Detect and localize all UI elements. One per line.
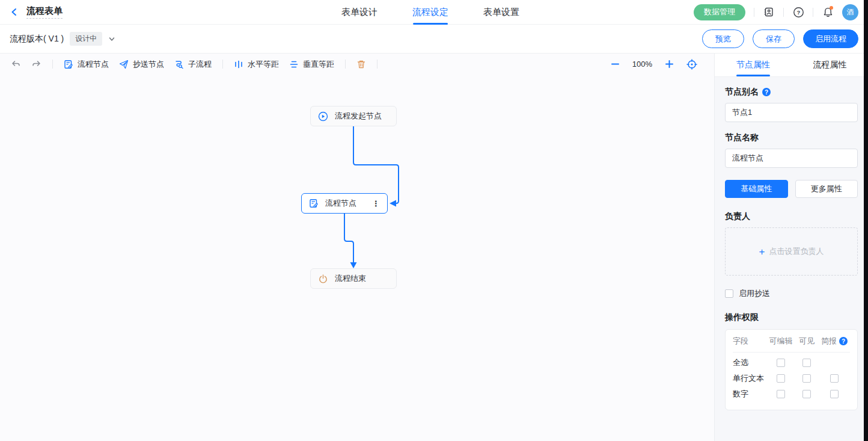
- visible-checkbox[interactable]: [802, 374, 811, 383]
- panel-tab-bar: 节点属性 流程属性: [715, 54, 868, 77]
- end-node[interactable]: 流程结束: [310, 268, 397, 289]
- panel-body: 节点别名 ? 节点名称 基础属性 更多属性 负责人 + 点击设置负责人 启用抄: [715, 77, 868, 441]
- owner-label: 负责人: [725, 211, 750, 222]
- node-name-label: 节点名称: [725, 132, 759, 143]
- back-chevron-icon: [10, 7, 19, 17]
- canvas-toolbar: 流程节点 抄送节点 子流程: [0, 54, 714, 75]
- vertical-equal-spacing-button[interactable]: 垂直等距: [287, 59, 337, 70]
- back-button[interactable]: [10, 7, 19, 17]
- page-title: 流程表单: [26, 5, 63, 19]
- brief-checkbox[interactable]: [830, 374, 839, 383]
- help-icon[interactable]: ?: [792, 6, 804, 18]
- add-subflow-button[interactable]: 子流程: [172, 59, 214, 70]
- version-dropdown-caret[interactable]: [108, 35, 115, 43]
- svg-text:?: ?: [796, 9, 800, 16]
- visible-checkbox[interactable]: [802, 359, 811, 367]
- tool-label: 子流程: [188, 59, 212, 70]
- node-menu-kebab-icon[interactable]: ⋮: [372, 200, 380, 208]
- divider: [783, 8, 784, 17]
- tab-form-setup[interactable]: 表单设置: [483, 0, 519, 25]
- app-header: 流程表单 表单设计 流程设定 表单设置 数据管理 ?: [0, 0, 868, 25]
- divider: [813, 8, 813, 17]
- enable-flow-button[interactable]: 启用流程: [803, 29, 858, 48]
- tab-node-properties[interactable]: 节点属性: [715, 54, 792, 76]
- attr-toggle-row: 基础属性 更多属性: [725, 180, 858, 198]
- arrowhead: [350, 262, 357, 268]
- subflow-icon: [174, 60, 184, 69]
- divider: [222, 60, 223, 69]
- fit-center-icon[interactable]: [686, 59, 697, 70]
- row-label: 单行文本: [733, 373, 767, 384]
- play-circle-icon: [318, 111, 328, 122]
- owner-label-row: 负责人: [725, 211, 858, 222]
- tab-flow-properties[interactable]: 流程属性: [792, 54, 868, 76]
- help-badge-icon[interactable]: ?: [839, 337, 848, 345]
- set-owner-placeholder: 点击设置负责人: [769, 246, 824, 257]
- version-label: 流程版本( V1 ): [10, 34, 64, 45]
- node-alias-input[interactable]: [725, 103, 858, 122]
- tool-label: 抄送节点: [133, 59, 164, 70]
- node-alias-label-row: 节点别名 ?: [725, 87, 858, 97]
- basic-attrs-button[interactable]: 基础属性: [725, 180, 788, 198]
- cc-node-icon: [119, 60, 129, 69]
- redo-icon: [31, 59, 41, 69]
- enable-cc-row[interactable]: 启用抄送: [725, 288, 858, 299]
- preview-button[interactable]: 预览: [702, 29, 744, 48]
- flow-canvas[interactable]: 流程节点 抄送节点 子流程: [0, 54, 714, 441]
- undo-button[interactable]: [8, 59, 23, 69]
- data-manage-button[interactable]: 数据管理: [694, 4, 745, 20]
- zoom-in-icon[interactable]: [665, 60, 674, 69]
- avatar[interactable]: 酒: [842, 4, 858, 20]
- set-owner-button[interactable]: + 点击设置负责人: [725, 227, 858, 276]
- tab-flow-setting[interactable]: 流程设定: [412, 0, 448, 25]
- window-edge-strip: [864, 0, 868, 441]
- divider: [754, 8, 754, 17]
- permissions-header-row: 字段 可编辑 可见 简报 ?: [733, 336, 850, 353]
- col-field: 字段: [733, 336, 767, 347]
- node-label: 流程结束: [335, 273, 366, 284]
- divider: [52, 60, 53, 69]
- permissions-table: 字段 可编辑 可见 简报 ? 全选 单行文本: [725, 329, 858, 410]
- save-button[interactable]: 保存: [753, 29, 795, 48]
- help-badge-icon[interactable]: ?: [762, 88, 771, 96]
- node-label: 流程节点: [325, 198, 356, 209]
- power-icon: [318, 274, 328, 284]
- enable-cc-checkbox[interactable]: [725, 289, 733, 298]
- zoom-level: 100%: [632, 60, 652, 69]
- permission-row: 单行文本: [733, 371, 850, 386]
- permissions-title: 操作权限: [725, 312, 858, 323]
- bell-icon[interactable]: [822, 6, 834, 18]
- trash-icon: [356, 60, 366, 69]
- col-brief-label: 简报: [821, 336, 837, 347]
- tab-form-design[interactable]: 表单设计: [341, 0, 377, 25]
- redo-button[interactable]: [29, 59, 44, 69]
- editable-checkbox[interactable]: [777, 359, 785, 367]
- visible-checkbox[interactable]: [802, 390, 811, 398]
- horizontal-equal-spacing-button[interactable]: 水平等距: [231, 59, 281, 70]
- editable-checkbox[interactable]: [777, 390, 785, 398]
- node-name-input[interactable]: [725, 149, 858, 168]
- contacts-icon[interactable]: [763, 6, 775, 18]
- tool-label: 水平等距: [248, 59, 279, 70]
- zoom-controls: 100%: [611, 59, 706, 70]
- chevron-down-icon: [108, 35, 115, 43]
- editable-checkbox[interactable]: [777, 374, 785, 383]
- arrowhead: [390, 200, 396, 207]
- vertical-spacing-icon: [289, 60, 299, 69]
- status-badge: 设计中: [70, 32, 102, 46]
- tool-label: 流程节点: [78, 59, 109, 70]
- version-bar: 流程版本( V1 ) 设计中 预览 保存 启用流程: [0, 25, 868, 54]
- process-node[interactable]: 流程节点 ⋮: [301, 193, 388, 214]
- row-label: 数字: [733, 389, 767, 399]
- undo-icon: [11, 59, 21, 69]
- delete-node-button[interactable]: [354, 60, 368, 69]
- add-cc-node-button[interactable]: 抄送节点: [117, 59, 167, 70]
- more-attrs-button[interactable]: 更多属性: [795, 180, 858, 198]
- zoom-out-icon[interactable]: [611, 60, 620, 69]
- header-tab-bar: 表单设计 流程设定 表单设置: [341, 0, 519, 25]
- brief-checkbox[interactable]: [830, 390, 839, 398]
- permission-row: 全选: [733, 355, 850, 371]
- node-label: 流程发起节点: [335, 111, 382, 122]
- start-node[interactable]: 流程发起节点: [310, 106, 397, 126]
- add-process-node-button[interactable]: 流程节点: [61, 59, 111, 70]
